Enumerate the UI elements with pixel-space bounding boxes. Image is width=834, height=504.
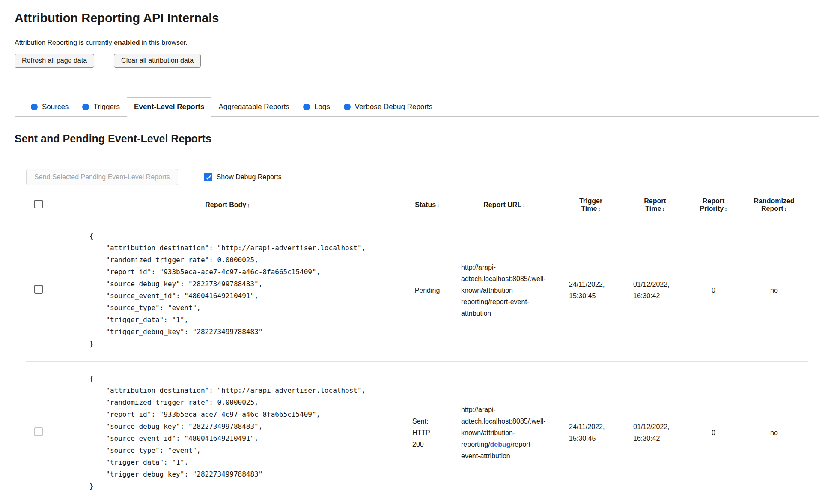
tab-label: Sources [42,103,69,111]
report-priority-value: 0 [712,427,715,439]
randomized-report-value: no [770,427,778,439]
trigger-time-cell: 24/11/2022, 15:30:45 [558,219,623,362]
randomized-report-cell: no [740,362,808,504]
tab-label: Aggregatable Reports [218,103,289,111]
report-body-json: { "attribution_destination": "http://ara… [89,373,366,492]
tab-bar: Sources Triggers Event-Level Reports Agg… [15,97,819,117]
column-header-report-body[interactable]: Report Body↕ [51,191,404,219]
sort-icon: ↕ [247,202,250,208]
report-time-cell: 01/12/2022, 16:30:42 [623,362,687,504]
report-url-value: http://arapi-adtech.localhost:8085/.well… [461,404,548,462]
select-all-checkbox[interactable] [34,200,43,208]
status-suffix: in this browser. [140,39,188,46]
column-header-report-priority[interactable]: Report Priority↕ [687,191,740,219]
report-row-pending: { "attribution_destination": "http://ara… [26,219,808,362]
column-label: Report Priority [700,197,724,212]
sort-icon: ↕ [437,202,440,208]
reports-panel: Send Selected Pending Event-Level Report… [15,157,819,504]
page-title: Attribution Reporting API Internals [15,11,819,25]
column-label: Status [415,201,436,208]
status-cell: Sent: HTTP 200 [404,362,450,504]
sort-icon: ↕ [662,206,665,212]
report-url-value: http://arapi-adtech.localhost:8085/.well… [461,261,548,319]
select-all-header [26,191,51,219]
reports-toolbar: Send Selected Pending Event-Level Report… [26,169,808,185]
tab-label: Verbose Debug Reports [355,103,432,111]
status-value: Pending [415,285,440,296]
randomized-report-cell: no [740,219,808,362]
sort-icon: ↕ [598,206,601,212]
sort-icon: ↕ [784,206,787,212]
verbose-debug-dot-icon [344,104,351,110]
sort-icon: ↕ [522,202,525,208]
report-priority-value: 0 [712,285,715,296]
column-header-report-time[interactable]: Report Time↕ [623,191,687,219]
tab-triggers[interactable]: Triggers [75,97,127,116]
randomized-report-value: no [770,285,778,296]
sort-icon: ↕ [724,206,727,212]
report-time-cell: 01/12/2022, 16:30:42 [623,219,687,362]
sources-dot-icon [31,104,38,110]
column-header-report-url[interactable]: Report URL↕ [450,191,558,219]
report-time-value: 01/12/2022, 16:30:42 [633,421,677,444]
status-value: Sent: HTTP 200 [412,415,442,450]
show-debug-reports-checkbox[interactable] [204,173,212,181]
report-body-cell: { "attribution_destination": "http://ara… [51,219,404,362]
divider [15,80,819,80]
logs-dot-icon [303,104,310,110]
trigger-time-value: 24/11/2022, 15:30:45 [569,421,613,444]
status-line: Attribution Reporting is currently enabl… [15,39,819,47]
tab-logs[interactable]: Logs [296,97,337,116]
report-priority-cell: 0 [687,219,740,362]
column-header-status[interactable]: Status↕ [404,191,450,219]
tab-event-level-reports[interactable]: Event-Level Reports [127,97,211,117]
report-body-json: { "attribution_destination": "http://ara… [89,230,366,350]
reports-table: Report Body↕ Status↕ Report URL↕ Trigger… [26,191,808,504]
report-url-cell: http://arapi-adtech.localhost:8085/.well… [450,219,558,362]
report-time-value: 01/12/2022, 16:30:42 [633,279,677,302]
tab-label: Event-Level Reports [134,103,204,111]
status-cell: Pending [404,219,450,362]
tab-aggregatable-reports[interactable]: Aggregatable Reports [211,97,296,116]
column-label: Report URL [483,201,521,208]
show-debug-reports-label: Show Debug Reports [217,173,282,181]
section-heading: Sent and Pending Event-Level Reports [15,133,819,145]
trigger-time-cell: 24/11/2022, 15:30:45 [558,362,623,504]
url-prefix: http://arapi-adtech.localhost:8085/.well… [461,264,545,317]
column-label: Report Body [205,201,246,208]
report-url-cell: http://arapi-adtech.localhost:8085/.well… [450,362,558,504]
url-debug-highlight: debug [490,441,511,448]
tab-verbose-debug-reports[interactable]: Verbose Debug Reports [337,97,439,116]
clear-all-attribution-data-button[interactable]: Clear all attribution data [114,54,201,68]
page-controls: Refresh all page data Clear all attribut… [15,54,819,68]
tab-label: Logs [314,103,330,111]
table-header-row: Report Body↕ Status↕ Report URL↕ Trigger… [26,191,808,219]
status-prefix: Attribution Reporting is currently [15,39,114,46]
tab-label: Triggers [93,103,120,111]
row-select-checkbox[interactable] [34,285,43,294]
trigger-time-value: 24/11/2022, 15:30:45 [569,279,613,302]
report-priority-cell: 0 [687,362,740,504]
report-row-sent: { "attribution_destination": "http://ara… [26,362,808,504]
show-debug-reports-toggle[interactable]: Show Debug Reports [204,173,282,181]
column-header-randomized-report[interactable]: Randomized Report↕ [740,191,808,219]
report-body-cell: { "attribution_destination": "http://ara… [51,362,404,504]
attribution-internals-page: Attribution Reporting API Internals Attr… [0,0,834,504]
column-label: Randomized Report [754,197,794,212]
row-select-checkbox [34,427,43,436]
refresh-all-page-data-button[interactable]: Refresh all page data [15,54,94,68]
status-enabled-text: enabled [114,39,140,46]
triggers-dot-icon [82,104,89,110]
tab-sources[interactable]: Sources [24,97,75,116]
send-selected-reports-button: Send Selected Pending Event-Level Report… [26,169,178,185]
column-header-trigger-time[interactable]: Trigger Time↕ [558,191,623,219]
